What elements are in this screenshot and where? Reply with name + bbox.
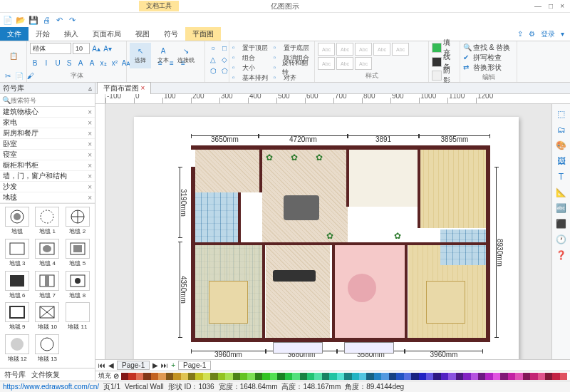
tab-symbols[interactable]: 符号 — [157, 27, 185, 41]
shape-item[interactable]: 地毯 11 — [63, 302, 92, 333]
shape-item[interactable]: 地毯 12 — [3, 334, 31, 365]
login-link[interactable]: 登录 — [541, 29, 555, 39]
category-2[interactable]: 厨房和餐厅× — [0, 128, 95, 139]
font-size-select[interactable]: 10 — [73, 43, 90, 54]
status-url[interactable]: https://www.edrawsoft.com/cn/ — [3, 383, 99, 391]
color-swatch[interactable] — [411, 373, 418, 380]
floor-plan[interactable]: 3650mm 4720mm 3891 3895mm 3960mm 3680mm … — [191, 145, 497, 359]
shape-item[interactable]: 地毯 1 — [33, 207, 61, 237]
color-swatch[interactable] — [508, 373, 515, 380]
rightbar-icon-2[interactable]: 🎨 — [556, 140, 567, 151]
color-swatch[interactable] — [493, 373, 500, 380]
shape-btn-0[interactable]: ○ — [208, 43, 218, 53]
connector-tool[interactable]: ↘连接线 — [175, 43, 197, 68]
shape-item[interactable]: 地毯 — [3, 207, 31, 237]
style-preset-6[interactable]: Abc — [336, 57, 353, 70]
color-swatch[interactable] — [218, 373, 225, 380]
dining-table[interactable] — [284, 195, 319, 220]
color-swatch[interactable] — [233, 373, 240, 380]
color-swatch[interactable] — [344, 373, 351, 380]
undo-icon[interactable]: ↶ — [54, 15, 64, 25]
shape-item[interactable]: 地毯 4 — [33, 239, 61, 269]
tab-home[interactable]: 开始 — [28, 27, 57, 41]
style-preset-1[interactable]: Abc — [336, 43, 353, 56]
page-prev-icon[interactable]: ◀ — [108, 361, 114, 369]
shape-item[interactable]: 地毯 7 — [33, 271, 61, 301]
page-add-icon[interactable]: + — [171, 361, 175, 369]
page-next-icon[interactable]: ▶ — [152, 361, 158, 369]
category-6[interactable]: 墙，门，窗户和结构× — [0, 171, 95, 182]
color-swatch[interactable] — [121, 373, 128, 380]
rightbar-icon-1[interactable]: 🗂 — [556, 124, 567, 135]
color-swatch[interactable] — [381, 373, 388, 380]
color-swatch[interactable] — [552, 373, 559, 380]
style-preset-3[interactable]: Abc — [373, 43, 390, 56]
color-swatch[interactable] — [128, 373, 135, 380]
left-tab-recovery[interactable]: 文件恢复 — [31, 370, 60, 380]
cut-icon[interactable]: ✂ — [3, 71, 13, 81]
page-tab[interactable]: Page-1 — [178, 361, 211, 370]
tab-view[interactable]: 视图 — [128, 27, 157, 41]
left-tab-library[interactable]: 符号库 — [4, 370, 26, 380]
arrange-0[interactable]: ▫置于顶层 — [232, 43, 271, 53]
bed-left[interactable] — [209, 281, 248, 324]
color-swatch[interactable] — [173, 373, 180, 380]
arrange-4[interactable]: ▫大小 — [232, 63, 271, 73]
color-swatch[interactable] — [359, 373, 366, 380]
select-tool[interactable]: ↖选择 — [130, 43, 151, 68]
login-caret-icon[interactable]: ▾ — [561, 30, 564, 38]
color-swatch[interactable] — [352, 373, 359, 380]
page-indicator[interactable]: Page-1 — [117, 361, 150, 370]
color-swatch[interactable] — [538, 373, 545, 380]
arrange-5[interactable]: ▫旋转和翻转 — [274, 63, 312, 73]
no-fill-icon[interactable]: ⊘ — [113, 372, 119, 380]
save-icon[interactable]: 💾 — [28, 15, 38, 25]
arrange-7[interactable]: ▫对齐 — [274, 73, 312, 83]
style-preset-2[interactable]: Abc — [355, 43, 372, 56]
share-icon[interactable]: ⇪ — [517, 30, 523, 38]
rightbar-icon-4[interactable]: T — [556, 171, 567, 182]
color-swatch[interactable] — [255, 373, 262, 380]
rightbar-icon-7[interactable]: ⬛ — [556, 218, 567, 229]
color-swatch[interactable] — [366, 373, 373, 380]
category-0[interactable]: 建筑物核心× — [0, 107, 95, 118]
shape-item[interactable]: 地毯 2 — [63, 207, 92, 237]
color-swatch[interactable] — [441, 373, 448, 380]
color-swatch[interactable] — [300, 373, 307, 380]
color-swatch[interactable] — [404, 373, 411, 380]
open-icon[interactable]: 📂 — [16, 15, 26, 25]
color-swatch[interactable] — [329, 373, 336, 380]
font-btn-0[interactable]: B — [30, 58, 40, 68]
color-swatch[interactable] — [433, 373, 440, 380]
shape-item[interactable]: 地毯 6 — [3, 271, 31, 301]
bed-right[interactable] — [426, 281, 465, 324]
canvas[interactable]: 3650mm 4720mm 3891 3895mm 3960mm 3680mm … — [105, 104, 551, 359]
new-icon[interactable]: 📄 — [3, 15, 13, 25]
color-swatch[interactable] — [195, 373, 202, 380]
font-btn-4[interactable]: A — [76, 58, 86, 68]
color-swatch[interactable] — [545, 373, 552, 380]
rightbar-icon-6[interactable]: 🔤 — [556, 202, 567, 214]
font-btn-1[interactable]: I — [41, 58, 51, 68]
fill-swatch[interactable] — [432, 43, 442, 53]
tab-file[interactable]: 文件 — [0, 27, 28, 41]
color-swatch[interactable] — [262, 373, 269, 380]
font-btn-2[interactable]: U — [53, 58, 63, 68]
shape-btn-2[interactable]: △ — [208, 54, 218, 64]
shape-item[interactable]: 地毯 13 — [33, 334, 61, 365]
color-swatch[interactable] — [307, 373, 314, 380]
color-swatch[interactable] — [389, 373, 396, 380]
category-8[interactable]: 地毯× — [0, 192, 95, 203]
increase-font-icon[interactable]: A▴ — [91, 43, 101, 53]
category-5[interactable]: 橱柜和书柜× — [0, 160, 95, 171]
style-preset-5[interactable]: Abc — [318, 57, 335, 70]
color-swatch[interactable] — [210, 373, 217, 380]
color-swatch[interactable] — [240, 373, 247, 380]
spellcheck-button[interactable]: ✔拼写检查 — [463, 53, 514, 63]
sofa[interactable] — [273, 270, 316, 282]
shape-btn-1[interactable]: □ — [219, 43, 229, 53]
shape-gallery[interactable]: 地毯地毯 1地毯 2地毯 3地毯 4地毯 5地毯 6地毯 7地毯 8地毯 9地毯… — [0, 204, 95, 368]
color-swatch[interactable] — [426, 373, 433, 380]
color-swatch[interactable] — [530, 373, 537, 380]
rightbar-icon-0[interactable]: ⬚ — [556, 108, 567, 120]
